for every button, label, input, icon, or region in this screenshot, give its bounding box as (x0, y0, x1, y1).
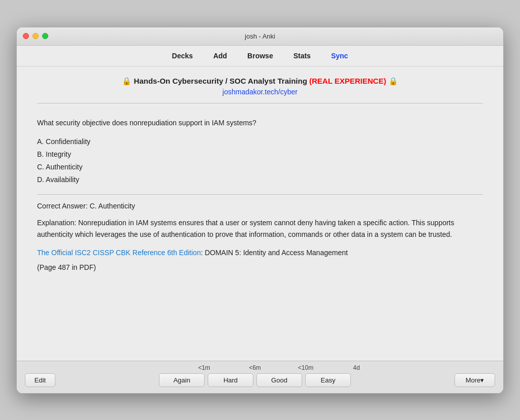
card-title-highlight: (REAL EXPERIENCE) (309, 77, 386, 85)
correct-answer: Correct Answer: C. Authenticity (37, 202, 483, 210)
option-c: C. Authenticity (37, 161, 483, 173)
window-title: josh - Anki (245, 32, 275, 40)
app-window: josh - Anki Decks Add Browse Stats Sync … (16, 27, 504, 394)
timing-good: <10m (280, 364, 331, 371)
timing-hard: <6m (230, 364, 280, 371)
question-text: What security objective does nonrepudiat… (37, 118, 483, 128)
card-header-link[interactable]: joshmadakor.tech/cyber (37, 88, 483, 96)
maximize-button[interactable] (42, 33, 48, 39)
timing-again: <1m (179, 364, 230, 371)
menu-add[interactable]: Add (211, 51, 229, 61)
card-title: 🔒 Hands-On Cybersecurity / SOC Analyst T… (37, 77, 483, 86)
reference-link[interactable]: The Official ISC2 CISSP CBK Reference 6t… (37, 249, 201, 257)
answer-section: Correct Answer: C. Authenticity Explanat… (37, 195, 483, 278)
card-title-suffix: 🔒 (386, 77, 398, 85)
question-section: What security objective does nonrepudiat… (37, 112, 483, 195)
hard-button[interactable]: Hard (208, 373, 253, 387)
close-button[interactable] (23, 33, 29, 39)
more-button[interactable]: More▾ (454, 373, 495, 387)
explanation-text: Explanation: Nonrepudiation in IAM syste… (37, 217, 483, 240)
timing-row: <1m <6m <10m 4d (25, 364, 495, 371)
again-button[interactable]: Again (159, 373, 205, 387)
timing-easy: 4d (331, 364, 382, 371)
menubar: Decks Add Browse Stats Sync (17, 46, 503, 66)
edit-button[interactable]: Edit (25, 373, 55, 387)
content-area: 🔒 Hands-On Cybersecurity / SOC Analyst T… (17, 66, 503, 361)
menu-sync[interactable]: Sync (329, 51, 350, 61)
minimize-button[interactable] (32, 33, 39, 39)
traffic-lights (23, 33, 48, 39)
card-header: 🔒 Hands-On Cybersecurity / SOC Analyst T… (37, 77, 483, 103)
reference-text: The Official ISC2 CISSP CBK Reference 6t… (37, 247, 483, 258)
bottom-bar: <1m <6m <10m 4d Edit Again Hard Good Eas… (17, 361, 503, 393)
easy-button[interactable]: Easy (305, 373, 351, 387)
option-d: D. Availability (37, 173, 483, 186)
center-buttons: Again Hard Good Easy (159, 373, 351, 387)
more-arrow-icon: ▾ (480, 376, 484, 384)
more-label: More (466, 376, 481, 384)
option-a: A. Confidentiality (37, 135, 483, 148)
lock-left-icon: 🔒 (122, 77, 132, 85)
titlebar: josh - Anki (17, 27, 503, 46)
menu-stats[interactable]: Stats (291, 51, 313, 61)
buttons-row: Edit Again Hard Good Easy More▾ (25, 373, 495, 387)
good-button[interactable]: Good (256, 373, 302, 387)
option-b: B. Integrity (37, 148, 483, 161)
page-ref: (Page 487 in PDF) (37, 263, 483, 271)
card-title-prefix: Hands-On Cybersecurity / SOC Analyst Tra… (134, 77, 309, 85)
menu-browse[interactable]: Browse (245, 51, 275, 61)
reference-rest: : DOMAIN 5: Identity and Access Manageme… (201, 249, 347, 257)
menu-decks[interactable]: Decks (170, 51, 195, 61)
